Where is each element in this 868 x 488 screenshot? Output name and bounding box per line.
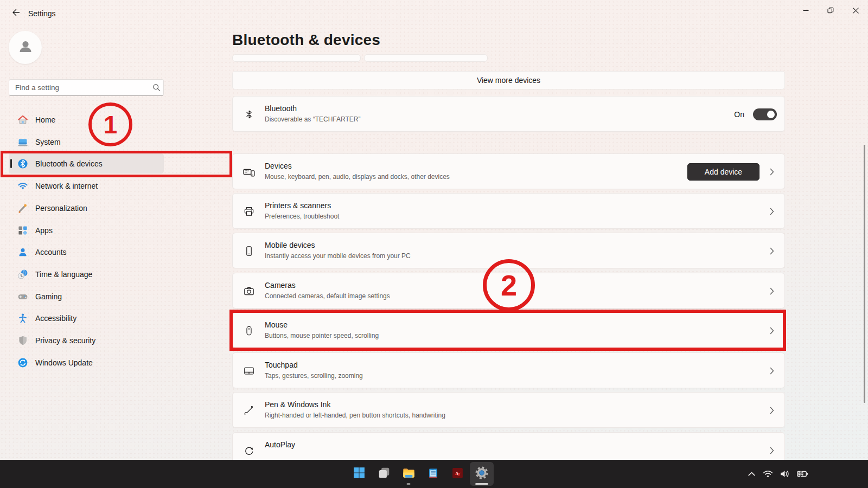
page-title: Bluetooth & devices [232, 31, 380, 49]
active-app-indicator [475, 483, 488, 485]
sidebar-item-privacy-security[interactable]: Privacy & security [9, 330, 164, 350]
restore-button[interactable] [818, 0, 843, 22]
search-box[interactable] [9, 79, 164, 96]
bluetooth-icon [17, 158, 28, 169]
chevron-right-icon [770, 367, 774, 377]
sidebar-item-system[interactable]: System [9, 132, 164, 152]
devices-icon [242, 165, 256, 178]
file-explorer-button[interactable] [397, 462, 420, 486]
app-title: Settings [28, 9, 56, 18]
chevron-up-icon[interactable] [748, 471, 756, 477]
system-tray [748, 460, 808, 488]
chevron-right-icon [770, 327, 774, 337]
task-view-icon [378, 466, 391, 481]
printer-icon [242, 205, 256, 218]
chevron-right-icon [770, 247, 774, 257]
search-input[interactable] [9, 84, 149, 92]
row-touchpad[interactable]: Touchpad Taps, gestures, scrolling, zoom… [232, 352, 785, 388]
pen-icon [242, 404, 256, 417]
user-avatar[interactable] [9, 31, 42, 64]
vertical-scrollbar[interactable] [864, 145, 865, 403]
row-cameras[interactable]: Cameras Connected cameras, default image… [232, 273, 785, 309]
add-device-button[interactable]: Add device [687, 163, 760, 181]
device-card-stub[interactable] [232, 54, 361, 62]
restore-icon [827, 6, 834, 16]
touchpad-icon [242, 364, 256, 377]
minimize-button[interactable] [793, 0, 818, 22]
device-card-stub[interactable] [364, 54, 488, 62]
game-app-button[interactable] [445, 462, 469, 486]
bluetooth-toggle-state: On [734, 110, 744, 119]
volume-icon[interactable] [780, 470, 790, 478]
start-button[interactable] [347, 462, 371, 486]
row-devices[interactable]: Devices Mouse, keyboard, pen, audio, dis… [232, 153, 785, 189]
personalization-icon [17, 203, 28, 214]
windows-start-icon [353, 467, 365, 481]
camera-icon [242, 285, 256, 298]
file-explorer-icon [402, 466, 416, 482]
apps-icon [17, 225, 28, 236]
chevron-right-icon [770, 447, 774, 457]
game-app-icon [451, 467, 464, 481]
chevron-right-icon [770, 208, 774, 217]
chevron-right-icon [770, 407, 774, 416]
row-pen-windows-ink[interactable]: Pen & Windows Ink Right-handed or left-h… [232, 392, 785, 428]
system-icon [17, 137, 28, 147]
privacy-icon [17, 335, 28, 346]
running-app-indicator [407, 483, 411, 485]
settings-taskbar-button[interactable] [470, 462, 494, 486]
notepad-button[interactable] [421, 462, 445, 486]
chevron-right-icon [770, 168, 774, 178]
search-icon [149, 84, 163, 92]
titlebar: Settings [0, 0, 868, 26]
chevron-right-icon [770, 287, 774, 297]
mobile-icon [242, 245, 256, 258]
windows-update-icon [17, 357, 28, 368]
view-more-devices-button[interactable]: View more devices [232, 71, 785, 89]
minimize-icon [803, 6, 809, 16]
sidebar-item-time-language[interactable]: Time & language [9, 264, 164, 284]
sidebar-item-personalization[interactable]: Personalization [9, 198, 164, 218]
taskbar [0, 460, 868, 488]
settings-window: Settings Hom [0, 0, 868, 488]
autoplay-icon [242, 444, 256, 457]
accessibility-icon [17, 313, 28, 324]
row-mouse[interactable]: Mouse Buttons, mouse pointer speed, scro… [232, 312, 785, 348]
wifi-icon[interactable] [763, 470, 773, 478]
sidebar-item-apps[interactable]: Apps [9, 220, 164, 240]
gaming-icon [17, 291, 28, 302]
settings-gear-icon [475, 466, 489, 482]
mouse-icon [242, 324, 256, 337]
selected-accent-bar [10, 159, 12, 168]
sidebar-item-accounts[interactable]: Accounts [9, 242, 164, 262]
sidebar-item-gaming[interactable]: Gaming [9, 286, 164, 306]
row-printers-scanners[interactable]: Printers & scanners Preferences, trouble… [232, 193, 785, 229]
bluetooth-toggle[interactable] [753, 108, 777, 120]
task-view-button[interactable] [372, 462, 396, 486]
sidebar-item-network-internet[interactable]: Network & internet [9, 176, 164, 196]
row-bluetooth[interactable]: Bluetooth Discoverable as “TECHFARTER” O… [232, 96, 785, 132]
network-icon [17, 181, 28, 191]
sidebar-item-bluetooth-devices[interactable]: Bluetooth & devices [9, 153, 164, 174]
back-arrow-icon [11, 8, 21, 19]
accounts-icon [17, 247, 28, 258]
row-mobile-devices[interactable]: Mobile devices Instantly access your mob… [232, 233, 785, 268]
close-icon [853, 6, 859, 16]
battery-charging-icon[interactable] [797, 470, 808, 478]
sidebar-item-home[interactable]: Home [9, 110, 164, 130]
back-button[interactable] [8, 6, 24, 21]
window-controls [793, 0, 868, 22]
sidebar-item-accessibility[interactable]: Accessibility [9, 308, 164, 328]
home-icon [17, 114, 28, 125]
time-language-icon [17, 269, 28, 280]
sidebar-item-windows-update[interactable]: Windows Update [9, 352, 164, 373]
notepad-icon [427, 467, 439, 481]
bluetooth-outline-icon [242, 108, 256, 121]
close-button[interactable] [843, 0, 868, 22]
person-icon [16, 37, 35, 58]
